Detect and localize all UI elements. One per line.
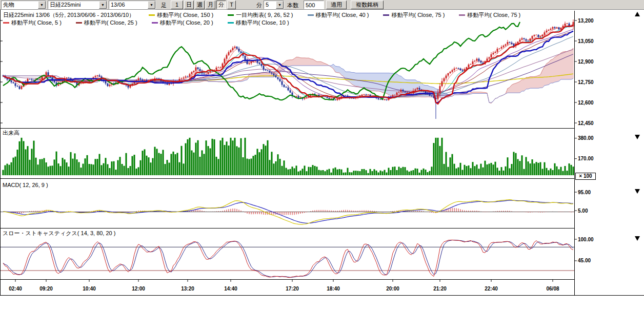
axis-tick-label: 12,750	[578, 79, 594, 85]
legend-item: 移動平均( Close, 25 )	[76, 19, 137, 27]
stoch-scale-down-button[interactable]	[635, 236, 640, 241]
volume-scale-down-button[interactable]	[635, 135, 640, 140]
period-button-T[interactable]: T	[227, 1, 236, 9]
contract-month-value: 13/06	[109, 1, 148, 9]
legend-color-marker	[152, 22, 158, 24]
legend-item: 日経225mini 13/06（5分, 2013/06/06 - 2013/06…	[3, 11, 134, 19]
axis-tick-label: 13,200	[578, 18, 594, 24]
legend-item: 移動平均( Close, 10 )	[228, 19, 289, 27]
stochastic-d-line	[3, 240, 573, 278]
dropdown-arrow-icon[interactable]: ▼	[276, 1, 284, 9]
axis-tick-label: 10:40	[83, 286, 96, 292]
minute-label: 分	[256, 2, 262, 9]
contract-month-select[interactable]: 13/06 ▼	[109, 1, 156, 9]
stochastic-panel-title: スロー・ストキャスティクス( 14, 3, 80, 20 )	[3, 230, 115, 237]
bar-count-input[interactable]	[304, 1, 324, 9]
axis-tick-label: 13:20	[181, 286, 194, 292]
apply-button[interactable]: 適用	[326, 1, 347, 9]
bar-count-label: 本数	[287, 2, 298, 9]
legend-row-1: 日経225mini 13/06（5分, 2013/06/06 - 2013/06…	[3, 11, 535, 19]
minute-select-value: 5	[264, 1, 276, 9]
stochastic-k-line	[3, 240, 573, 277]
category-select[interactable]: 先物 ▼	[1, 1, 46, 9]
dropdown-arrow-icon[interactable]: ▼	[38, 1, 46, 9]
legend-item: 移動平均( Close, 75 )	[383, 11, 445, 19]
axis-tick-label: 12,900	[578, 59, 594, 65]
legend-color-marker	[228, 22, 234, 24]
legend-item: 移動平均( Close, 150 )	[149, 11, 213, 19]
legend-item: 移動平均( Close, 75 )	[459, 11, 520, 19]
minute-select[interactable]: 5 ▼	[264, 1, 284, 9]
axis-tick-label: 100.00	[578, 237, 594, 242]
axis-tick-label: 17:20	[286, 286, 299, 292]
period-label: 足	[161, 2, 167, 9]
triangle-down-icon	[635, 135, 640, 139]
period-button-月[interactable]: 月	[206, 1, 215, 9]
legend-item: 一目均衡表( 9, 26, 52 )	[228, 11, 293, 19]
legend-item: 移動平均( Close, 40 )	[308, 11, 369, 19]
axis-tick-label: 21:20	[433, 286, 447, 292]
category-select-value: 先物	[2, 1, 38, 9]
axis-tick-label: 380.00	[578, 135, 594, 141]
triangle-down-icon	[635, 189, 640, 194]
axis-tick-label: 13,050	[578, 38, 594, 44]
axis-tick-label: 12:00	[132, 286, 145, 292]
axis-tick-label: 06/08	[546, 286, 559, 292]
legend-color-marker	[383, 14, 389, 16]
period-button-日[interactable]: 日	[184, 1, 194, 9]
toolbar: 先物 ▼ 日経225mini ▼ 13/06 ▼ 足 分 5 ▼ 本数 適用 複…	[0, 0, 644, 10]
axis-tick-label: 02:40	[9, 286, 22, 292]
dropdown-arrow-icon[interactable]: ▼	[99, 1, 107, 9]
volume-multiplier-box: × 100	[575, 173, 596, 180]
macd-panel-title: MACD( 12, 26, 9 )	[3, 182, 48, 188]
ichimoku-span-a-line	[3, 48, 573, 103]
period-button-週[interactable]: 週	[195, 1, 205, 9]
legend-color-marker	[228, 14, 234, 16]
multi-symbol-button[interactable]: 複数銘柄	[351, 1, 384, 9]
axis-tick-label: 22:40	[485, 286, 498, 292]
axis-tick-label: 18:40	[327, 286, 340, 292]
axis-tick-label: 5.00	[578, 208, 588, 214]
legend-color-marker	[76, 22, 82, 24]
axis-tick-label: 95.00	[578, 190, 591, 195]
period-button-1[interactable]: 1	[171, 1, 183, 9]
triangle-down-icon	[635, 236, 640, 241]
triangle-up-icon	[635, 12, 640, 16]
axis-tick-label: 12,600	[578, 100, 594, 106]
macd-panel	[0, 200, 574, 224]
axis-tick-label: 09:20	[39, 286, 53, 292]
symbol-select[interactable]: 日経225mini ▼	[48, 1, 107, 9]
dropdown-arrow-icon[interactable]: ▼	[148, 1, 155, 9]
symbol-select-value: 日経225mini	[48, 1, 99, 9]
axis-tick-label: 12,450	[578, 120, 594, 126]
legend-item: 移動平均( Close, 20 )	[152, 19, 213, 27]
axis-tick-label: 20:00	[386, 286, 399, 292]
axis-tick-label: 14:40	[224, 286, 237, 292]
volume-panel-title: 出来高	[3, 129, 19, 137]
price-scale-up-button[interactable]	[635, 12, 640, 17]
legend-item: 移動平均( Close, 5 )	[3, 19, 62, 27]
period-button-分[interactable]: 分	[216, 1, 226, 9]
axis-tick-label: 170.00	[578, 156, 594, 161]
legend-color-marker	[149, 14, 155, 16]
chart-canvas[interactable]: 13,20013,05012,90012,75012,60012,450380.…	[0, 10, 644, 297]
legend-color-marker	[3, 22, 9, 24]
legend-row-2: 移動平均( Close, 5 )移動平均( Close, 25 )移動平均( C…	[3, 19, 304, 27]
stochastics-panel	[0, 240, 574, 277]
volume-panel	[3, 138, 574, 175]
legend-color-marker	[308, 14, 314, 16]
price-panel	[3, 19, 574, 119]
macd-scale-down-button[interactable]	[635, 189, 640, 194]
legend-color-marker	[459, 14, 465, 16]
axis-tick-label: 45.00	[578, 258, 591, 263]
